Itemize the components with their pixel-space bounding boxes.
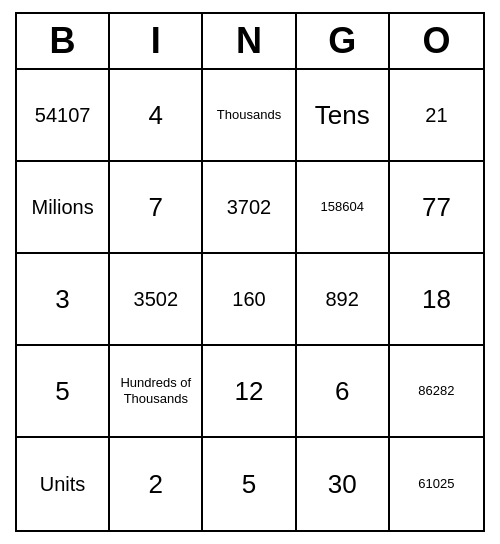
bingo-header: BINGO: [17, 14, 483, 70]
bingo-cell: 892: [297, 254, 390, 344]
bingo-cell: Thousands: [203, 70, 296, 160]
bingo-cell: Tens: [297, 70, 390, 160]
bingo-cell: Hundreds of Thousands: [110, 346, 203, 436]
bingo-body: 541074ThousandsTens21Milions737021586047…: [17, 70, 483, 530]
bingo-cell: 77: [390, 162, 483, 252]
bingo-cell: Milions: [17, 162, 110, 252]
bingo-cell: 18: [390, 254, 483, 344]
header-cell: G: [297, 14, 390, 68]
bingo-row: 541074ThousandsTens21: [17, 70, 483, 162]
bingo-cell: 54107: [17, 70, 110, 160]
bingo-cell: 30: [297, 438, 390, 530]
bingo-cell: 3502: [110, 254, 203, 344]
bingo-cell: 3: [17, 254, 110, 344]
header-cell: B: [17, 14, 110, 68]
header-cell: O: [390, 14, 483, 68]
bingo-row: Units253061025: [17, 438, 483, 530]
bingo-cell: 4: [110, 70, 203, 160]
bingo-cell: 160: [203, 254, 296, 344]
bingo-row: 3350216089218: [17, 254, 483, 346]
bingo-cell: 21: [390, 70, 483, 160]
header-cell: I: [110, 14, 203, 68]
bingo-cell: 5: [203, 438, 296, 530]
bingo-cell: 61025: [390, 438, 483, 530]
bingo-cell: Units: [17, 438, 110, 530]
bingo-row: 5Hundreds of Thousands12686282: [17, 346, 483, 438]
bingo-cell: 7: [110, 162, 203, 252]
bingo-cell: 5: [17, 346, 110, 436]
bingo-cell: 2: [110, 438, 203, 530]
bingo-cell: 158604: [297, 162, 390, 252]
bingo-card: BINGO 541074ThousandsTens21Milions737021…: [15, 12, 485, 532]
bingo-cell: 86282: [390, 346, 483, 436]
bingo-cell: 3702: [203, 162, 296, 252]
bingo-row: Milions7370215860477: [17, 162, 483, 254]
header-cell: N: [203, 14, 296, 68]
bingo-cell: 12: [203, 346, 296, 436]
bingo-cell: 6: [297, 346, 390, 436]
